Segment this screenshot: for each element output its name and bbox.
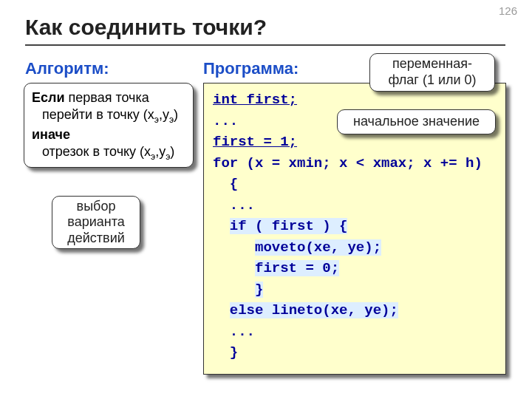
code-l9a bbox=[213, 260, 255, 276]
init-callout-text: начальное значение bbox=[353, 114, 480, 130]
if-keyword: Если bbox=[32, 90, 69, 105]
code-l12: ... bbox=[213, 324, 255, 340]
else-part2: ,y bbox=[155, 144, 166, 159]
choice-callout: выбор варианта действий bbox=[52, 196, 140, 249]
page-title: Как соединить точки? bbox=[25, 15, 267, 40]
if-text: первая точка bbox=[69, 90, 149, 105]
code-l2: ... bbox=[213, 113, 238, 129]
program-label: Программа: bbox=[203, 59, 299, 78]
title-rule bbox=[25, 44, 505, 46]
choice-callout-text: выбор варианта действий bbox=[60, 199, 132, 247]
code-l9b: first = 0; bbox=[255, 260, 339, 276]
code-l5: { bbox=[213, 176, 238, 192]
page-number: 126 bbox=[499, 4, 517, 17]
else-part1: отрезок в точку (x bbox=[42, 144, 151, 159]
flag-callout-text: переменная-флаг (1 или 0) bbox=[378, 56, 487, 88]
then-part2: ,y bbox=[159, 107, 169, 122]
code-l8b: moveto(xe, ye); bbox=[255, 239, 381, 256]
then-part3: ) bbox=[174, 107, 178, 122]
else-keyword: иначе bbox=[32, 126, 185, 143]
algo-line-4: отрезок в точку (xэ,yэ) bbox=[32, 143, 185, 163]
code-l10b: } bbox=[255, 282, 263, 298]
flag-callout: переменная-флаг (1 или 0) bbox=[369, 53, 495, 92]
then-part1: перейти в точку (x bbox=[42, 107, 154, 122]
else-part3: ) bbox=[170, 144, 174, 159]
code-l11b: else lineto(xe, ye); bbox=[230, 302, 398, 318]
code-l1: int first; bbox=[213, 92, 297, 108]
algorithm-box: Если первая точка перейти в точку (xэ,yэ… bbox=[24, 83, 194, 168]
code-l8a bbox=[213, 239, 255, 256]
code-l4: for (x = xmin; x < xmax; x += h) bbox=[213, 155, 482, 171]
code-l11a bbox=[213, 302, 230, 318]
code-l6: ... bbox=[213, 197, 255, 214]
algo-line-2: перейти в точку (xэ,yэ) bbox=[32, 106, 185, 126]
code-l7b: if ( first ) { bbox=[230, 218, 348, 234]
init-callout: начальное значение bbox=[337, 109, 496, 134]
code-l13: } bbox=[213, 344, 238, 361]
code-l7a bbox=[213, 218, 230, 234]
algorithm-label: Алгоритм: bbox=[25, 59, 109, 78]
algo-line-1: Если первая точка bbox=[32, 89, 185, 106]
code-l3: first = 1; bbox=[213, 134, 297, 150]
code-l10a bbox=[213, 282, 255, 298]
